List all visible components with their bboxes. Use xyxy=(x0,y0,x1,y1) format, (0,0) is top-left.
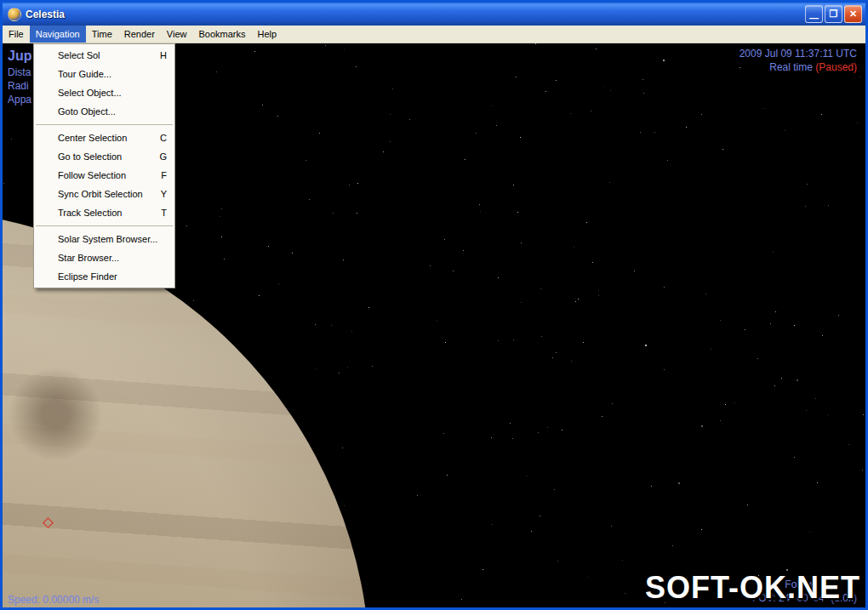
menu-item-label: Select Object... xyxy=(58,83,122,102)
time-info: 2009 Jul 09 11:37:11 UTC Real time (Paus… xyxy=(740,47,857,74)
menubar-item-help[interactable]: Help xyxy=(252,26,283,43)
menu-item-tour-guide[interactable]: Tour Guide... xyxy=(34,65,174,83)
title-bar: Celestia — ❒ ✕ xyxy=(3,3,865,26)
menu-separator xyxy=(36,124,173,125)
window-title: Celestia xyxy=(26,9,803,20)
menu-separator xyxy=(36,225,173,226)
datetime-display: 2009 Jul 09 11:37:11 UTC xyxy=(740,47,857,60)
menu-bar: File Navigation Time Render View Bookmar… xyxy=(3,26,865,43)
menu-item-go-to-selection[interactable]: Go to Selection G xyxy=(34,147,174,166)
menubar-item-time[interactable]: Time xyxy=(86,26,118,43)
paused-label: (Paused) xyxy=(815,61,857,73)
menu-item-label: Center Selection xyxy=(58,128,127,147)
menubar-item-render[interactable]: Render xyxy=(118,26,161,43)
menubar-item-bookmarks[interactable]: Bookmarks xyxy=(193,26,252,43)
menu-item-label: Eclipse Finder xyxy=(58,267,117,286)
app-icon xyxy=(8,8,21,21)
object-apparent: Appa xyxy=(8,93,31,106)
menu-item-eclipse-finder[interactable]: Eclipse Finder xyxy=(34,267,174,286)
maximize-icon: ❒ xyxy=(830,9,838,20)
menu-item-label: Sync Orbit Selection xyxy=(58,185,143,203)
soft-ok-watermark: SOFT-OK.NET xyxy=(645,570,860,606)
maximize-button[interactable]: ❒ xyxy=(825,5,842,23)
object-name: Jup xyxy=(8,47,31,66)
menu-item-solar-system-browser[interactable]: Solar System Browser... xyxy=(34,230,174,248)
navigation-menu: Select Sol H Tour Guide... Select Object… xyxy=(33,43,175,288)
menu-item-shortcut: G xyxy=(159,147,167,166)
menu-item-track-selection[interactable]: Track Selection T xyxy=(34,203,174,222)
menu-item-select-object[interactable]: Select Object... xyxy=(34,83,174,102)
menu-item-label: Follow Selection xyxy=(58,166,126,185)
close-icon: ✕ xyxy=(849,9,857,20)
realtime-label: Real time xyxy=(769,61,815,73)
menu-item-label: Tour Guide... xyxy=(58,65,111,83)
menu-item-label: Star Browser... xyxy=(58,248,119,267)
menu-item-label: Track Selection xyxy=(58,203,122,222)
object-info: Jup Dista Radi Appa xyxy=(8,47,31,106)
menu-item-label: Solar System Browser... xyxy=(58,230,157,248)
menubar-item-view[interactable]: View xyxy=(161,26,193,43)
timerate-display: Real time (Paused) xyxy=(740,60,857,74)
speed-display: Speed: 0.00000 m/s xyxy=(8,594,99,606)
minimize-icon: — xyxy=(809,13,819,23)
object-distance: Dista xyxy=(8,66,31,79)
menu-item-shortcut: C xyxy=(160,128,167,147)
menu-item-label: Select Sol xyxy=(58,46,100,65)
menubar-item-navigation[interactable]: Navigation xyxy=(30,26,86,43)
menu-item-follow-selection[interactable]: Follow Selection F xyxy=(34,166,174,185)
menu-item-label: Goto Object... xyxy=(58,102,116,121)
close-button[interactable]: ✕ xyxy=(844,5,862,23)
menu-item-select-sol[interactable]: Select Sol H xyxy=(34,46,174,65)
menu-item-shortcut: F xyxy=(161,166,167,185)
menu-item-label: Go to Selection xyxy=(58,147,122,166)
object-radius: Radi xyxy=(8,79,31,93)
celestia-window: Celestia — ❒ ✕ File Navigation Time Rend… xyxy=(0,0,868,610)
menu-item-sync-orbit-selection[interactable]: Sync Orbit Selection Y xyxy=(34,185,174,203)
minimize-button[interactable]: — xyxy=(805,5,823,23)
menu-item-goto-object[interactable]: Goto Object... xyxy=(34,102,174,121)
menu-item-shortcut: H xyxy=(160,46,167,65)
menu-item-center-selection[interactable]: Center Selection C xyxy=(34,128,174,147)
menu-item-shortcut: T xyxy=(161,203,167,222)
menu-item-star-browser[interactable]: Star Browser... xyxy=(34,248,174,267)
menu-item-shortcut: Y xyxy=(161,185,167,203)
menubar-item-file[interactable]: File xyxy=(3,26,30,43)
